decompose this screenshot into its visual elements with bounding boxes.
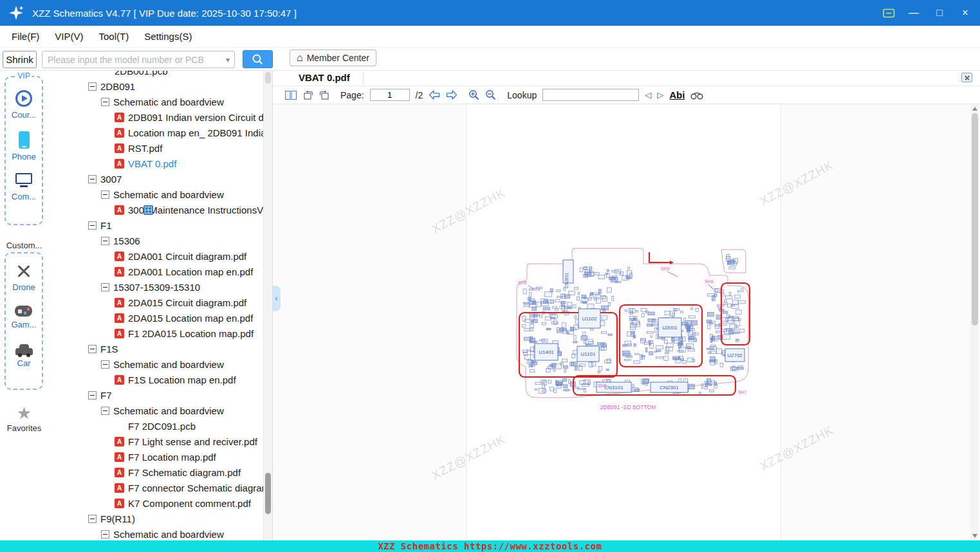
sidebar-item[interactable]: Com...: [12, 173, 36, 201]
tree-item[interactable]: Schematic and boardview: [48, 94, 263, 109]
tree-item[interactable]: F1: [48, 217, 263, 233]
rotate-left-icon[interactable]: [303, 90, 313, 100]
tree-item[interactable]: 2DA001 Circuit diagram.pdf: [48, 248, 263, 264]
chevron-down-icon[interactable]: ▾: [226, 55, 234, 64]
search-button[interactable]: [243, 50, 273, 68]
tree-item-icon[interactable]: [88, 515, 97, 523]
match-case-button[interactable]: Abi: [669, 89, 685, 100]
rotate-right-icon[interactable]: [319, 90, 329, 100]
tree-item-icon[interactable]: [115, 329, 124, 338]
tree-item-icon[interactable]: [115, 452, 124, 462]
vip-card-icon[interactable]: [883, 8, 895, 19]
tree-item[interactable]: 2DB001.pcb: [48, 71, 263, 78]
model-search-combobox[interactable]: ▾: [42, 51, 235, 68]
tree-item[interactable]: RST.pdf: [48, 140, 263, 156]
pdf-scrollbar-thumb[interactable]: [972, 113, 978, 326]
tree-item[interactable]: Schematic and boardview: [48, 526, 263, 540]
tree-item[interactable]: 2DA015 Circuit diagram.pdf: [48, 295, 263, 310]
tree-item-icon[interactable]: [115, 298, 124, 308]
shrink-button[interactable]: Shrink: [3, 51, 37, 68]
tree-item-icon[interactable]: [115, 483, 124, 493]
tree-item[interactable]: F9(R11): [48, 511, 263, 526]
tree-item-icon[interactable]: [101, 283, 109, 291]
tree-item-icon[interactable]: [115, 437, 124, 446]
tree-item[interactable]: VBAT 0.pdf: [48, 156, 263, 171]
tree-item-icon[interactable]: [101, 360, 109, 369]
tree-item[interactable]: 15307-15309-15310: [48, 279, 263, 295]
tree-item[interactable]: 2DA015 Location map en.pdf: [48, 310, 263, 326]
tree-item[interactable]: F1 2DA015 Location map.pdf: [48, 326, 263, 341]
sidebar-item[interactable]: Drone: [12, 262, 35, 292]
zoom-in-icon[interactable]: [468, 89, 479, 100]
tree-item-icon[interactable]: [115, 375, 124, 385]
close-document-button[interactable]: [961, 73, 972, 82]
tree-item[interactable]: 2DB091: [48, 78, 263, 94]
sidebar-item[interactable]: Gam...: [11, 306, 36, 329]
tree-scrollbar-thumb[interactable]: [265, 473, 271, 514]
tree-item[interactable]: Schematic and boardview: [48, 356, 263, 372]
tree-item-icon[interactable]: [115, 143, 124, 153]
menu-item[interactable]: Settings(S): [136, 31, 199, 42]
tree-item-icon[interactable]: [101, 237, 109, 245]
tab-vbat0-pdf[interactable]: VBAT 0.pdf: [299, 72, 350, 83]
menu-item[interactable]: Tool(T): [91, 31, 137, 42]
binoculars-icon[interactable]: [690, 91, 703, 100]
page-number-input[interactable]: [370, 89, 410, 101]
tree-scrollbar[interactable]: [263, 71, 272, 540]
tree-item-icon[interactable]: [101, 407, 109, 415]
tree-item-icon[interactable]: [115, 113, 124, 122]
tree-item-icon[interactable]: [115, 499, 124, 508]
minimize-button[interactable]: —: [907, 0, 921, 26]
tree-item[interactable]: 3007Maintenance InstructionsV: [48, 202, 263, 217]
tree-item-icon[interactable]: [115, 313, 124, 323]
tree-item-icon[interactable]: [101, 190, 109, 199]
tree-item-icon[interactable]: [115, 267, 124, 277]
tree-item[interactable]: F7 2DC091.pcb: [48, 418, 263, 434]
tree-item[interactable]: F1S: [48, 341, 263, 356]
tree-item[interactable]: 2DB091 Indian version Circuit d: [48, 109, 263, 125]
tree-item-icon[interactable]: [88, 345, 97, 353]
tree-item[interactable]: F7: [48, 387, 263, 403]
tree-item-icon[interactable]: [88, 175, 97, 183]
tree-item-icon[interactable]: [88, 82, 97, 91]
tree-item[interactable]: Location map en_ 2DB091 India: [48, 125, 263, 140]
tree-item[interactable]: F7 Light sense and reciver.pdf: [48, 434, 263, 449]
tree-item-icon[interactable]: [143, 205, 153, 215]
next-page-icon[interactable]: [446, 90, 458, 100]
member-center-button[interactable]: ⌂ Member Center: [290, 50, 376, 66]
tree-item-icon[interactable]: [88, 221, 97, 230]
tree-item-icon[interactable]: [101, 98, 109, 106]
tree-item-icon[interactable]: [88, 391, 97, 400]
menu-item[interactable]: VIP(V): [47, 31, 91, 42]
sidebar-item[interactable]: Cour...: [12, 90, 36, 120]
previous-page-icon[interactable]: [429, 90, 440, 100]
tree-item-icon[interactable]: [115, 128, 124, 138]
tree-item[interactable]: Schematic and boardview: [48, 187, 263, 202]
tree-item[interactable]: K7 Component comment.pdf: [48, 495, 263, 511]
scroll-down-arrow-icon[interactable]: [972, 534, 977, 538]
panel-collapse-handle[interactable]: ‹: [272, 286, 281, 311]
find-next-icon[interactable]: ▷: [657, 90, 663, 100]
sidebar-item[interactable]: Phone: [12, 131, 36, 161]
tree-item-icon[interactable]: [101, 530, 109, 538]
sidebar-item[interactable]: Car: [15, 343, 33, 368]
tree-item[interactable]: 2DA001 Location map en.pdf: [48, 264, 263, 279]
zoom-out-icon[interactable]: [485, 89, 496, 100]
tree-item[interactable]: F1S Location map en.pdf: [48, 372, 263, 387]
find-previous-icon[interactable]: ◁: [645, 90, 651, 100]
menu-item[interactable]: File(F): [4, 31, 47, 42]
tree-item[interactable]: 3007: [48, 171, 263, 187]
tree-item-icon[interactable]: [115, 159, 124, 169]
tree-item-icon[interactable]: [115, 205, 124, 215]
tree-item-icon[interactable]: [115, 252, 124, 261]
tree-item[interactable]: F7 Schematic diagram.pdf: [48, 465, 263, 480]
pdf-scrollbar[interactable]: [970, 104, 979, 540]
sidebar-item-favorites[interactable]: ★ Favorites: [0, 404, 48, 433]
tree-item[interactable]: F7 Location map.pdf: [48, 449, 263, 465]
tree-item[interactable]: Schematic and boardview: [48, 403, 263, 418]
lookup-input[interactable]: [542, 89, 639, 101]
tree-item[interactable]: F7 connector Schematic diagrar: [48, 480, 263, 495]
pdf-canvas[interactable]: U1102 U1101 U1401 U2001 U2702 CN3101 CN2…: [273, 104, 980, 540]
tree-item[interactable]: 15306: [48, 233, 263, 248]
two-page-view-icon[interactable]: [284, 90, 297, 100]
